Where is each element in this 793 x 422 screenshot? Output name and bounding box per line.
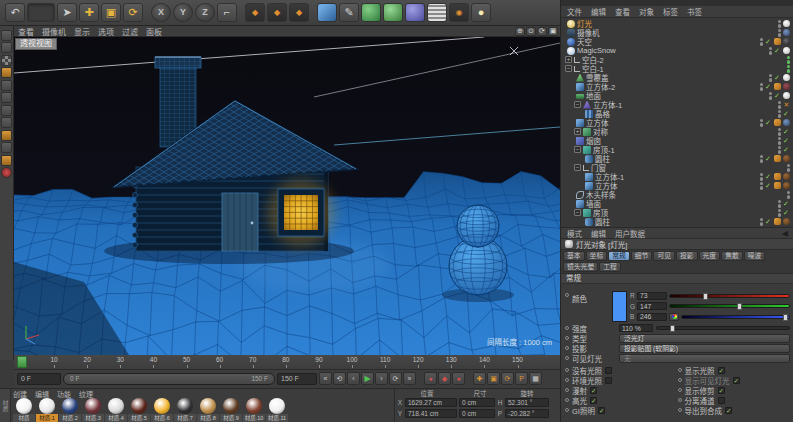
visibility-dots[interactable] [760,83,764,91]
attr-menu-用户数据[interactable]: 用户数据 [615,228,645,239]
expander-icon[interactable]: − [574,209,581,216]
om-menu-文件[interactable]: 文件 [567,6,582,17]
x-axis-lock-icon[interactable]: X [151,3,171,22]
texture-tag-icon[interactable] [774,83,781,90]
preview-range-slider[interactable]: 0 F 150 F [63,373,275,385]
material-swatch-材质.6[interactable]: 材质.6 [151,398,173,422]
enabled-check-icon[interactable]: ✓ [783,209,790,217]
enabled-check-icon[interactable]: ✓ [783,137,790,145]
material-tag-icon[interactable] [783,83,790,90]
floor-environment-icon[interactable] [361,3,381,22]
snap-icon[interactable] [1,130,12,141]
model-mode-icon[interactable] [1,42,12,53]
rotation-P-field[interactable]: -20.282 ° [505,409,549,418]
mat-menu-编辑[interactable]: 编辑 [35,389,49,399]
checkbox-没有光照[interactable] [605,367,612,374]
visibility-dots[interactable] [760,38,764,46]
position-X-field[interactable]: 1629.27 cm [405,398,457,407]
rotate-view-icon[interactable]: ⟳ [537,27,547,36]
enabled-check-icon[interactable]: ✓ [765,218,772,226]
om-menu-书签[interactable]: 书签 [687,6,702,17]
material-tag-icon[interactable] [783,29,790,36]
material-tag-icon[interactable] [783,38,790,45]
tweak-mode-icon[interactable] [1,117,12,128]
attr-tab-常规[interactable]: 常规 [608,251,630,261]
enabled-check-icon[interactable]: ✓ [765,38,772,46]
visibility-dots[interactable] [760,173,764,181]
toggle-view-icon[interactable]: ▣ [548,27,558,36]
visibility-dots[interactable] [769,92,773,100]
material-swatch-材质.11[interactable]: 材质.11 [266,398,288,422]
visibility-dots[interactable] [787,191,791,199]
attr-menu-模式[interactable]: 模式 [567,228,582,239]
channel-R-slider[interactable] [669,294,790,298]
record-parameter-toggle[interactable]: P [515,372,528,385]
viewport-menu-选项[interactable]: 选项 [98,26,114,37]
visibility-dots[interactable] [778,29,782,37]
enabled-check-icon[interactable]: ✓ [774,47,781,55]
z-axis-lock-icon[interactable]: Z [195,3,215,22]
visibility-dots[interactable] [769,47,773,55]
enabled-check-icon[interactable]: ✓ [765,119,772,127]
animation-dot-icon[interactable] [565,293,569,297]
checkbox-环境光照[interactable] [605,377,612,384]
y-axis-lock-icon[interactable]: Y [173,3,193,22]
checkbox-高光[interactable]: ✓ [590,397,597,404]
tree-item-圆柱[interactable]: 圆柱✓ [561,217,793,226]
record-button[interactable]: ● [424,372,437,385]
undo-icon[interactable]: ↶ [5,3,25,22]
goto-start-button[interactable]: « [319,372,332,385]
material-swatch-材质[interactable]: 材质 [13,398,35,422]
viewport-menu-查看[interactable]: 查看 [18,26,34,37]
visibility-dots[interactable] [760,155,764,163]
material-swatch-材质.5[interactable]: 材质.5 [128,398,150,422]
next-frame-button[interactable]: › [375,372,388,385]
visibility-dots[interactable] [778,128,782,136]
viewport-menu-显示[interactable]: 显示 [74,26,90,37]
scale-tool-icon[interactable]: ▣ [101,3,121,22]
enabled-check-icon[interactable]: ✓ [765,173,772,181]
channel-R-field[interactable]: 73 [637,292,667,300]
material-tag-icon[interactable] [783,119,790,126]
render-settings-icon[interactable]: ◆ [289,3,309,22]
zoom-view-icon[interactable]: ⊙ [526,27,536,36]
play-button[interactable]: ▶ [361,372,374,385]
om-menu-对象[interactable]: 对象 [639,6,654,17]
light-type-dropdown[interactable]: 泛光灯 [619,334,790,343]
enabled-check-icon[interactable]: ✓ [783,110,790,118]
next-key-button[interactable]: ⟳ [389,372,402,385]
texture-tag-icon[interactable] [774,155,781,162]
mat-menu-创建[interactable]: 创建 [13,389,27,399]
record-position-toggle[interactable]: ✚ [473,372,486,385]
material-swatch-材质.3[interactable]: 材质.3 [82,398,104,422]
material-swatch-材质.1[interactable]: 材质.1 [36,398,58,422]
color-wheel-button[interactable] [669,313,679,321]
render-picture-viewer-icon[interactable]: ◆ [267,3,287,22]
expander-icon[interactable]: + [574,128,581,135]
material-tag-icon[interactable] [783,74,790,81]
color-swatch[interactable] [612,291,627,322]
perspective-viewport[interactable]: 查看摄像机显示选项过滤面板⊕⊙⟳▣ 透视视图 [14,26,560,355]
make-editable-icon[interactable] [1,30,12,41]
enabled-check-icon[interactable]: ✓ [783,128,790,136]
mat-menu-纹理[interactable]: 纹理 [79,389,93,399]
cabin-window[interactable] [278,189,324,236]
visible-light-dropdown[interactable]: 无 [619,354,790,363]
cabin-door[interactable] [222,193,258,251]
channel-G-slider[interactable] [669,304,790,308]
deformer-icon[interactable] [405,3,425,22]
visibility-dots[interactable] [769,74,773,82]
material-swatch-材质.10[interactable]: 材质.10 [243,398,265,422]
enabled-check-icon[interactable]: ✓ [765,182,772,190]
texture-tag-icon[interactable] [774,182,781,189]
texture-tag-icon[interactable] [774,38,781,45]
material-swatch-材质.8[interactable]: 材质.8 [197,398,219,422]
record-rotation-toggle[interactable]: ⟳ [501,372,514,385]
enabled-check-icon[interactable]: ✓ [765,155,772,163]
enabled-check-icon[interactable]: ✓ [774,74,781,82]
current-frame-field[interactable]: 0 F [17,373,61,385]
channel-G-field[interactable]: 147 [637,302,667,310]
texture-mode-icon[interactable] [1,55,12,66]
move-tool-icon[interactable]: ✚ [79,3,99,22]
visibility-dots[interactable] [760,218,764,226]
